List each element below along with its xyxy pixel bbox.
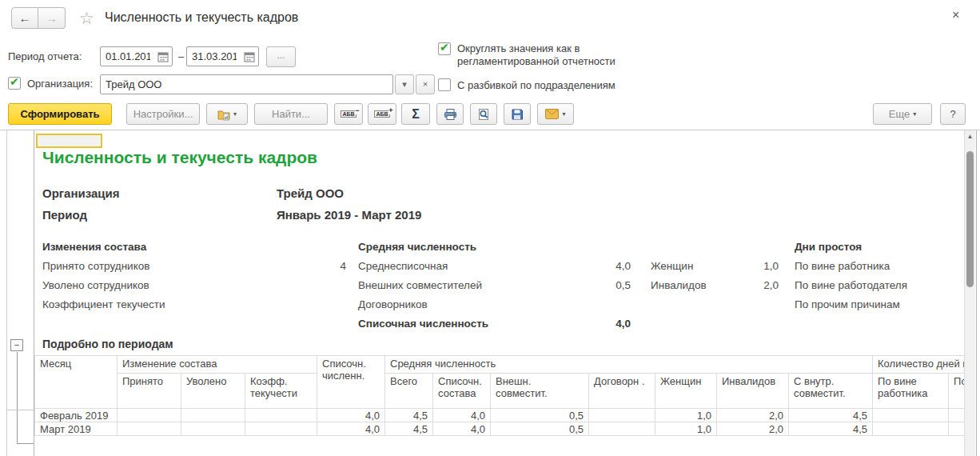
col-contractors[interactable]: Договорн . [589,374,655,409]
sigma-icon: Σ [412,107,420,122]
org-checkbox[interactable] [8,77,21,90]
summary-downtime-header: Дни простоя [795,241,964,253]
collapse-groups-icon: АБВ− [341,110,356,118]
forward-icon: → [46,11,58,25]
round-values-label: Округлять значения как в регламентирован… [457,42,645,68]
round-values-checkbox[interactable] [438,42,451,55]
col-month[interactable]: Месяц [35,356,118,409]
summary-row: Принято сотрудников 4 Среднесписочная 4,… [34,256,964,275]
col-turnover[interactable]: Коэфф. текучести [245,374,317,409]
calendar-icon[interactable] [157,50,169,63]
scrollbar-thumb[interactable] [966,151,974,287]
report-org-label: Организация [42,186,120,200]
summary-row: Уволено сотрудников Внешних совместителе… [34,275,964,294]
report-title: Численность и текучесть кадров [42,148,317,167]
summary-average-header: Средняя численность [358,241,572,253]
send-mail-button[interactable]: ▾ [537,103,574,125]
split-checkbox[interactable] [438,78,451,91]
chevron-down-icon: ▾ [233,110,237,118]
settings-button[interactable]: Настройки... [126,103,200,125]
col-external[interactable]: Внешн. совместит. [491,374,589,409]
chevron-down-icon: ▾ [913,110,916,118]
date-from-field[interactable] [100,46,173,66]
page-title: Численность и текучесть кадров [105,10,298,25]
filters-panel: Период отчета: – ... Округлять значения … [0,38,980,101]
expand-groups-button[interactable]: АБВ+ [368,103,396,125]
window-titlebar: ← → ☆ Численность и текучесть кадров × [0,0,980,38]
summary-changes-header: Изменения состава [34,241,298,253]
col-total[interactable]: Всего [385,374,433,409]
preview-icon [477,108,490,121]
col-employer-fault[interactable]: По вине работодателя [949,374,964,409]
table-row: Март 2019 4,0 4,5 4,0 0,5 1,0 2,0 4,5 [35,422,965,436]
group-margin-line [6,130,7,456]
details-table: Месяц Изменение состава Списочн. численн… [34,355,964,436]
org-combo-field[interactable] [100,74,393,94]
date-to-input[interactable] [187,47,237,66]
expand-groups-icon: АБВ+ [374,110,389,118]
back-button[interactable]: ← [11,7,38,29]
group-bracket-line [17,443,34,444]
report-variants-button[interactable]: ▾ [206,103,248,125]
report-org-value: Трейд ООО [277,186,344,200]
split-label: С разбивкой по подразделениям [457,78,615,92]
chevron-down-icon: ▾ [562,110,565,118]
calendar-icon[interactable] [243,50,256,63]
selected-cell[interactable] [36,134,102,148]
group-bracket-line [17,352,18,443]
sum-button[interactable]: Σ [401,103,430,125]
save-icon [511,108,524,121]
report-period-value: Январь 2019 - Март 2019 [277,208,421,222]
preview-button[interactable] [470,103,497,125]
collapse-groups-button[interactable]: АБВ− [334,103,363,125]
col-internal[interactable]: С внутр. совместит. [789,374,873,409]
group-row-line [6,410,34,410]
mail-icon [545,109,559,119]
forward-button[interactable]: → [38,7,66,29]
date-range-separator: – [178,50,184,62]
col-women[interactable]: Женщин [655,374,717,409]
report-toolbar: Сформировать Настройки... ▾ Найти... АБВ… [0,101,980,130]
col-payroll-staff[interactable]: Списочн. состава [433,374,491,409]
report-period-label: Период [42,208,87,222]
colgroup-downtime[interactable]: Количество дней простоя [873,356,964,374]
collapse-group-button[interactable]: − [10,339,23,351]
org-dropdown-button[interactable]: ▾ [395,74,414,94]
summary-row: Списочная численность 4,0 [34,314,964,333]
clear-icon: × [423,79,428,89]
col-employee-fault[interactable]: По вине работника [873,374,949,409]
details-heading: Подробно по периодам [42,338,173,350]
org-clear-button[interactable]: × [416,74,435,94]
help-button[interactable]: ? [940,103,966,125]
back-icon: ← [19,11,31,25]
colgroup-average[interactable]: Средняя численность [385,356,873,374]
chevron-down-icon: ▾ [402,79,407,89]
vertical-scrollbar[interactable]: ▲ [964,130,975,456]
favorite-star-icon[interactable]: ☆ [79,9,94,28]
more-actions-button[interactable]: Еще▾ [873,103,932,125]
round-values-option: Округлять значения как в регламентирован… [438,42,646,68]
table-row: Февраль 2019 4,0 4,5 4,0 0,5 1,0 2,0 4,5 [35,409,965,422]
save-button[interactable] [504,103,531,125]
period-label: Период отчета: [8,50,82,62]
col-payroll[interactable]: Списочн. численн. [317,356,385,409]
col-hired[interactable]: Принято [118,374,181,409]
org-label: Организация: [27,77,93,91]
scroll-up-icon[interactable]: ▲ [965,133,975,140]
col-disabled[interactable]: Инвалидов [717,374,789,409]
date-to-field[interactable] [186,46,259,66]
date-from-input[interactable] [101,47,150,66]
org-combo-input[interactable] [101,75,392,94]
report-content: Численность и текучесть кадров Организац… [34,130,964,456]
find-button[interactable]: Найти... [254,103,328,125]
generate-button[interactable]: Сформировать [8,103,112,125]
print-button[interactable] [436,103,464,125]
printer-icon [444,108,457,121]
colgroup-change[interactable]: Изменение состава [118,356,317,374]
close-icon[interactable]: × [952,8,959,22]
org-filter: Организация: [8,77,93,91]
col-fired[interactable]: Уволено [181,374,245,409]
report-variants-icon [217,108,230,121]
nav-buttons: ← → [11,7,66,29]
period-more-button[interactable]: ... [266,46,296,67]
